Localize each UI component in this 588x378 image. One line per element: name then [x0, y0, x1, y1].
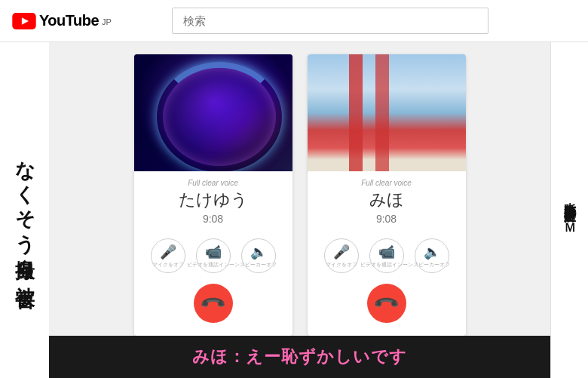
video-icon-2: 📹 [378, 244, 395, 260]
right-sidebar: 大阪府警察少年非行防止ＣＭ [550, 42, 588, 378]
thumbnail-miho [308, 54, 466, 171]
speaker-label-2: スピーカーオフ [413, 261, 450, 269]
subtitle-bar: みほ：えー恥ずかしいです [49, 336, 550, 378]
logo-text: YouTube [39, 12, 99, 29]
mic-btn-2[interactable]: 🎤 マイクをオフ [324, 238, 359, 273]
mic-label-2: マイクをオフ [326, 261, 357, 269]
video-btn-1[interactable]: 📹 ビデオを通話インーン [196, 238, 231, 273]
video-label-1: ビデオを通話インーン [187, 261, 240, 269]
caller-name-2: みほ [369, 189, 404, 211]
speaker-icon-2: 🔈 [424, 244, 440, 260]
left-sidebar-text: なくそう自撮り被害 [12, 147, 38, 274]
end-call-btn-2[interactable]: 📞 [367, 284, 406, 323]
header: YouTube JP [0, 0, 588, 42]
video-label-2: ビデオを通話インーン [360, 261, 413, 269]
speaker-label-1: スピーカーオフ [240, 261, 277, 269]
mic-btn-1[interactable]: 🎤 マイクをオフ [151, 238, 185, 273]
video-icon-1: 📹 [205, 244, 222, 260]
thumbnail-takeyuu [134, 54, 292, 171]
call-label-2: Full clear voice [361, 179, 412, 187]
phone-card-2: Full clear voice みほ 9:08 🎤 マイクをオフ 📹 ビデオを… [308, 54, 466, 336]
subtitle-text: みほ：えー恥ずかしいです [192, 346, 407, 368]
left-sidebar: なくそう自撮り被害 [0, 42, 49, 378]
call-time-1: 9:08 [203, 213, 223, 225]
mic-icon-2: 🎤 [333, 244, 350, 260]
speaker-btn-2[interactable]: 🔈 スピーカーオフ [415, 238, 449, 273]
speaker-btn-1[interactable]: 🔈 スピーカーオフ [241, 238, 276, 273]
mic-label-1: マイクをオフ [152, 261, 184, 269]
end-call-icon-1: 📞 [199, 289, 227, 317]
logo-jp: JP [102, 17, 112, 26]
main-content: なくそう自撮り被害 Full clear voice たけゆう 9:08 🎤 マ… [0, 42, 588, 378]
mic-icon-1: 🎤 [160, 244, 176, 260]
caller-name-1: たけゆう [179, 189, 248, 211]
call-label-1: Full clear voice [188, 179, 238, 187]
phone-screens: Full clear voice たけゆう 9:08 🎤 マイクをオフ 📹 ビデ… [49, 42, 550, 336]
video-btn-2[interactable]: 📹 ビデオを通話インーン [369, 238, 404, 273]
youtube-icon [12, 13, 36, 29]
search-bar[interactable] [172, 8, 488, 34]
logo-area: YouTube JP [12, 12, 112, 29]
end-call-icon-2: 📞 [372, 289, 400, 317]
search-input[interactable] [172, 8, 488, 34]
call-time-2: 9:08 [376, 213, 397, 225]
speaker-icon-1: 🔈 [250, 244, 267, 260]
controls-1: 🎤 マイクをオフ 📹 ビデオを通話インーン 🔈 スピーカーオフ [151, 238, 276, 273]
center-content: Full clear voice たけゆう 9:08 🎤 マイクをオフ 📹 ビデ… [49, 42, 550, 378]
phone-card-1: Full clear voice たけゆう 9:08 🎤 マイクをオフ 📹 ビデ… [134, 54, 292, 336]
right-sidebar-text: 大阪府警察少年非行防止ＣＭ [561, 193, 577, 227]
controls-2: 🎤 マイクをオフ 📹 ビデオを通話インーン 🔈 スピーカーオフ [324, 238, 449, 273]
end-call-btn-1[interactable]: 📞 [194, 284, 233, 323]
